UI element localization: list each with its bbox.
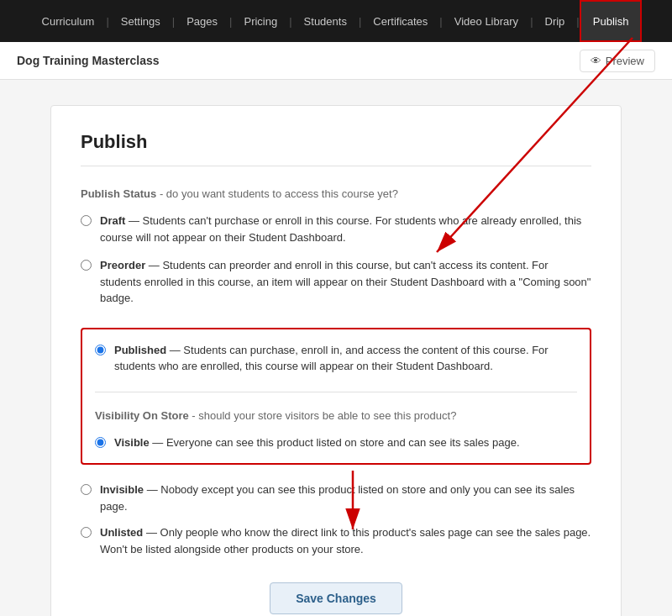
- page-title: Publish: [81, 131, 591, 166]
- invisible-desc: — Nobody except you can see this product…: [100, 483, 575, 513]
- invisible-label: Invisible — Nobody except you can see th…: [100, 482, 591, 514]
- course-title: Dog Training Masterclass: [17, 54, 160, 67]
- visible-desc: — Everyone can see this product listed o…: [152, 436, 519, 449]
- visible-option: Visible — Everyone can see this product …: [95, 434, 577, 451]
- visible-label: Visible — Everyone can see this product …: [114, 434, 520, 451]
- nav-item-pricing[interactable]: Pricing: [232, 0, 289, 42]
- unlisted-label: Unlisted — Only people who know the dire…: [100, 524, 591, 557]
- published-desc: — Students can purchase, enroll in, and …: [114, 344, 549, 373]
- page-card: PublishPublish Status - do you want stud…: [50, 105, 622, 616]
- preview-button[interactable]: 👁 Preview: [580, 50, 655, 72]
- nav-item-drip[interactable]: Drip: [533, 0, 577, 42]
- nav-item-students[interactable]: Students: [292, 0, 359, 42]
- unlisted-desc: — Only people who know the direct link t…: [100, 526, 591, 555]
- sub-header: Dog Training Masterclass 👁 Preview: [0, 42, 672, 80]
- visible-radio[interactable]: [95, 437, 106, 448]
- publish-status-label: Publish Status - do you want students to…: [81, 187, 591, 200]
- draft-desc: — Students can't purchase or enroll in t…: [100, 214, 581, 244]
- published-option: Published — Students can purchase, enrol…: [95, 342, 577, 375]
- nav-item-settings[interactable]: Settings: [109, 0, 172, 42]
- save-changes-button[interactable]: Save Changes: [270, 582, 402, 614]
- invisible-radio[interactable]: [81, 484, 92, 495]
- published-label: Published — Students can purchase, enrol…: [114, 342, 577, 375]
- visibility-label: Visibility On Store - should your store …: [95, 409, 577, 422]
- preorder-radio[interactable]: [81, 260, 92, 271]
- published-radio[interactable]: [95, 345, 106, 355]
- draft-label: Draft — Students can't purchase or enrol…: [100, 213, 591, 245]
- save-area: Save Changes: [81, 582, 591, 614]
- unlisted-radio[interactable]: [81, 527, 92, 538]
- nav-item-pages[interactable]: Pages: [175, 0, 229, 42]
- unlisted-option: Unlisted — Only people who know the dire…: [81, 524, 591, 557]
- preorder-option: Preorder — Students can preorder and enr…: [81, 257, 591, 307]
- nav-item-certificates[interactable]: Certificates: [361, 0, 439, 42]
- nav-item-video-library[interactable]: Video Library: [443, 0, 530, 42]
- main-content: PublishPublish Status - do you want stud…: [34, 80, 638, 616]
- outside-radio-group: Draft — Students can't purchase or enrol…: [81, 213, 591, 307]
- preorder-desc: — Students can preorder and enroll in th…: [100, 259, 591, 304]
- section-divider: [95, 392, 577, 392]
- preorder-label: Preorder — Students can preorder and enr…: [100, 257, 591, 307]
- draft-option: Draft — Students can't purchase or enrol…: [81, 213, 591, 245]
- invisible-option: Invisible — Nobody except you can see th…: [81, 482, 591, 514]
- eye-icon: 👁: [591, 55, 601, 67]
- preview-label: Preview: [606, 55, 644, 67]
- nav-item-publish[interactable]: Publish: [580, 0, 643, 42]
- top-navigation: Curriculum|Settings|Pages|Pricing|Studen…: [0, 0, 672, 42]
- nav-item-curriculum[interactable]: Curriculum: [30, 0, 107, 42]
- highlight-box: Published — Students can purchase, enrol…: [81, 328, 591, 466]
- draft-radio[interactable]: [81, 215, 92, 226]
